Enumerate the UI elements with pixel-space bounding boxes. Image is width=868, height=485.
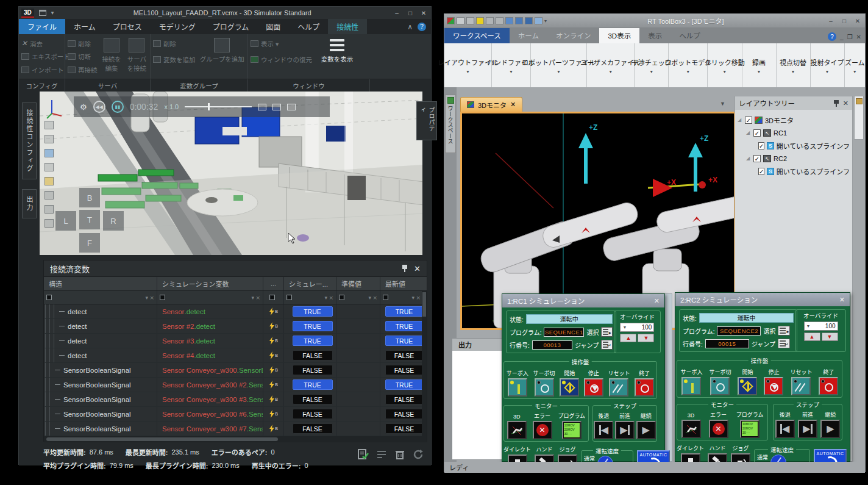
col-sim-variable[interactable]: シミュレーション変数 — [157, 277, 263, 290]
doc-tab-close-icon[interactable]: ✕ — [510, 101, 516, 109]
view-cube-front[interactable]: F — [79, 233, 100, 253]
image-icon[interactable] — [535, 17, 542, 24]
help-icon[interactable]: ? — [418, 23, 426, 31]
tab-help[interactable]: ヘルプ — [289, 19, 328, 34]
tab-process[interactable]: プロセス — [104, 19, 151, 34]
reset-playback-icon[interactable]: ◀◀ — [93, 101, 105, 113]
tab-connectivity-config[interactable]: 接続性コンフィグ — [22, 102, 37, 179]
tab-connectivity[interactable]: 接続性 — [328, 19, 367, 34]
trash-icon[interactable] — [394, 449, 405, 460]
save-icon[interactable] — [39, 10, 46, 16]
filter-structure[interactable]: ▾ ⨯ — [44, 291, 157, 304]
col-structure[interactable]: 構造 — [44, 277, 157, 290]
record-button[interactable]: 録画▼ — [742, 43, 777, 87]
select-program-button[interactable]: ▸ — [778, 326, 790, 336]
jog-button[interactable] — [558, 454, 577, 462]
annotation-icon[interactable] — [287, 104, 296, 110]
table-row[interactable]: detect Sensor.detect B TRUE TRUE — [44, 304, 427, 319]
export-pdf-icon[interactable] — [258, 104, 266, 110]
filter-ready-value[interactable]: ▾ ⨯ — [336, 291, 380, 304]
filter-sim-value[interactable]: ▾ ⨯ — [284, 291, 336, 304]
checkbox-checked[interactable]: ✓ — [758, 142, 764, 149]
checkbox-checked[interactable]: ✓ — [758, 168, 764, 175]
record-video-icon[interactable] — [272, 104, 281, 110]
speed-slider[interactable] — [185, 106, 252, 107]
stop-button[interactable] — [584, 378, 603, 397]
save-icon[interactable] — [457, 17, 464, 24]
speed-knob[interactable] — [597, 456, 613, 462]
collapse-ribbon-icon[interactable]: ∧ — [407, 23, 413, 31]
col-latest-value[interactable]: 最新値 — [380, 277, 423, 290]
refresh-icon[interactable] — [413, 449, 424, 460]
error-monitor-button[interactable]: ✕ — [709, 420, 728, 438]
col-dots[interactable]: ... — [263, 277, 284, 290]
tab-help[interactable]: ヘルプ — [671, 28, 709, 43]
speed-knob[interactable] — [770, 454, 786, 462]
step-back-button[interactable]: ◀ — [594, 421, 613, 439]
jump-button[interactable]: ↵ — [601, 340, 613, 350]
plane-snap-icon[interactable] — [44, 149, 54, 157]
override-up-button[interactable]: ▲ — [804, 332, 820, 341]
view-cube[interactable]: B T L R F — [55, 188, 124, 254]
override-down-button[interactable]: ▼ — [638, 334, 654, 342]
tab-3d-display[interactable]: 3D表示 — [599, 28, 639, 43]
validate-list-icon[interactable] — [358, 449, 369, 460]
panel-scrollbar[interactable] — [664, 293, 672, 462]
tab-program[interactable]: プログラム — [204, 19, 258, 34]
automatic-button[interactable]: AUTOMATIC — [814, 449, 847, 462]
tab-list-dropdown-icon[interactable]: ▼ — [720, 101, 725, 107]
jump-button[interactable]: ↵ — [778, 339, 790, 348]
list-icon[interactable] — [515, 17, 523, 24]
tree-item-3d-monitor[interactable]: ◢ ✓ 3Dモニタ — [738, 113, 850, 126]
view-cube-top[interactable]: T — [79, 210, 100, 229]
direct-button[interactable] — [508, 454, 527, 462]
tab-home[interactable]: ホーム — [510, 28, 547, 43]
tab-home[interactable]: ホーム — [65, 19, 104, 34]
tab-modeling[interactable]: モデリング — [151, 19, 204, 34]
add-group-button[interactable]: グループを追加 — [199, 37, 246, 76]
table-row[interactable]: detect Sensor #3.detect B TRUE TRUE — [44, 334, 427, 348]
3d-monitor-button[interactable] — [507, 421, 527, 439]
sim-panel-titlebar[interactable]: 1:RC1 シミュレーション ✕ — [502, 294, 664, 307]
jog-button[interactable] — [731, 453, 750, 462]
layout-file-button[interactable]: レイアウトファイル▼ — [444, 43, 492, 87]
robot-parts-file-button[interactable]: ロボットパーツファイル▼ — [531, 43, 587, 87]
user-mech-file-button[interactable]: ユーザメカファイル▼ — [587, 43, 635, 87]
continue-button[interactable]: ▶ — [636, 421, 656, 439]
filter-latest-value[interactable]: ▾ ⨯ — [380, 291, 423, 304]
reset-button[interactable] — [791, 377, 811, 395]
interference-check-button[interactable]: 干渉チェック▼ — [635, 43, 669, 87]
disconnect-button[interactable]: 切断 — [68, 51, 98, 62]
table-row[interactable]: SensorBooleanSignal Sensor Conveyor_w300… — [44, 363, 427, 378]
wire-cube-icon[interactable] — [44, 163, 54, 171]
tree-item-spline-rc2[interactable]: ✓ S 開いているスプラインフ — [738, 165, 850, 178]
expander-icon[interactable]: ◢ — [746, 156, 751, 161]
restore-window-button[interactable]: ウィンドウの復元 — [251, 54, 312, 65]
close-icon[interactable]: ✕ — [839, 296, 845, 304]
collapsed-side-tab[interactable] — [854, 96, 864, 140]
clear-button[interactable]: ✕消去 — [21, 38, 70, 49]
export-button[interactable]: エキスポート — [21, 51, 70, 62]
delete-variable-button[interactable]: 削除 — [153, 38, 196, 49]
start-button[interactable] — [738, 377, 757, 395]
start-button[interactable] — [560, 378, 579, 397]
table-row[interactable]: detect Sensor #4.detect B FALSE FALSE — [44, 348, 427, 363]
select-program-button[interactable]: ▸ — [601, 327, 612, 337]
viewpoint-switch-button[interactable]: 視点切替▼ — [777, 43, 811, 87]
servo-on-button[interactable] — [508, 378, 527, 397]
col-sim-value[interactable]: シミュレー... — [284, 277, 336, 290]
solid-cube-icon[interactable] — [44, 177, 54, 185]
continue-button[interactable]: ▶ — [820, 420, 840, 438]
reset-button[interactable] — [609, 378, 628, 397]
end-button[interactable] — [819, 377, 838, 395]
hand-button[interactable] — [535, 454, 554, 462]
help-icon[interactable]: ? — [828, 32, 836, 41]
table-row[interactable]: detect Sensor #2.detect B TRUE TRUE — [44, 319, 427, 334]
maximize-button[interactable]: □ — [838, 18, 850, 24]
show-variables-button[interactable]: 変数を表示 — [316, 37, 358, 76]
sim-panel-titlebar[interactable]: 2:RC2 シミュレーション ✕ — [675, 293, 850, 306]
frame-select-icon[interactable] — [44, 135, 54, 143]
zoom-button[interactable]: ズーム▼ — [845, 43, 865, 87]
add-variable-button[interactable]: 変数を追加 — [153, 54, 196, 65]
view-cube-left[interactable]: L — [55, 211, 76, 231]
